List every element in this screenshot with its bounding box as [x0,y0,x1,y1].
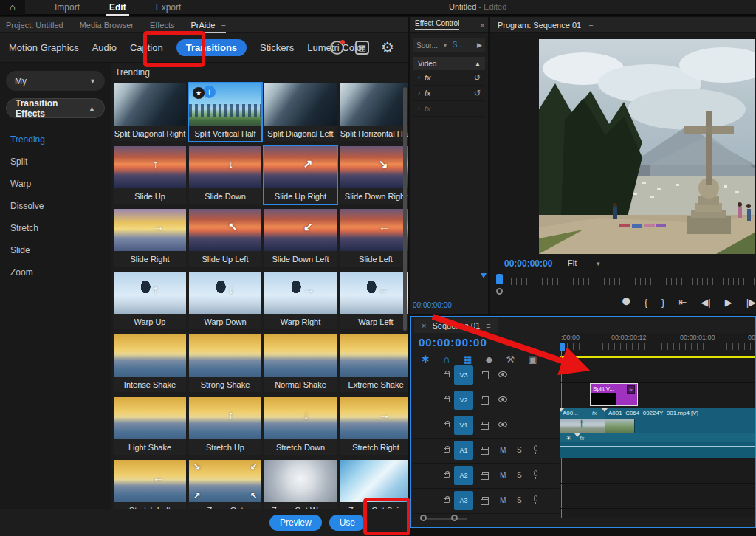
playhead-handle[interactable] [560,343,565,351]
timeline-zoom-scrollbar[interactable] [417,514,751,523]
transition-card-warp-down[interactable]: ↓Warp Down [189,272,261,329]
tab-audio[interactable]: Audio [92,42,117,53]
panel-tab-media-browser[interactable]: Media Browser [80,21,134,30]
goto-in-icon[interactable]: ⇤ [678,297,687,308]
sidebar-item-zoom[interactable]: Zoom [0,261,111,284]
menu-item-edit[interactable]: Edit [109,2,126,13]
zoom-level-dropdown[interactable]: Fit ▼ [568,258,601,267]
twirl-icon[interactable]: › [418,105,420,112]
panel-tab-effects[interactable]: Effects [150,21,174,30]
transition-card-stretch-right[interactable]: →Stretch Right [340,397,408,455]
voiceover-mic-icon[interactable] [534,470,537,476]
tab-stickers[interactable]: Stickers [260,42,294,53]
toggle-output-eye-icon[interactable] [498,396,507,402]
transition-card-normal-shake[interactable]: Normal Shake [264,334,337,392]
settings-gear-icon[interactable]: ⚙ [380,40,395,55]
transition-card-strong-shake[interactable]: Strong Shake [189,334,261,392]
sync-lock-icon[interactable] [482,396,489,402]
lock-icon[interactable] [444,448,450,453]
transition-card-slide-down-left[interactable]: ↙Slide Down Left [264,209,337,267]
sidebar-item-trending[interactable]: Trending [0,128,111,151]
transition-card-intense-shake[interactable]: Intense Shake [114,334,186,392]
menu-item-import[interactable]: Import [55,2,80,13]
tab-transitions[interactable]: Transitions [176,39,247,56]
clip-split-vertical-half[interactable]: Split V... fx [590,383,638,406]
transition-card-split-vertical-half[interactable]: ★+Split Vertical Half [189,83,261,141]
transition-card-slide-left[interactable]: ←Slide Left [340,209,408,267]
source-subtab[interactable]: Sour... [416,41,438,49]
preview-button[interactable]: Preview [269,515,322,531]
effect-row[interactable]: ›fx↺ [413,86,485,101]
solo-button[interactable]: S [517,471,522,479]
solo-button[interactable]: S [517,496,522,504]
close-icon[interactable]: × [422,321,426,330]
transition-card-slide-up-left[interactable]: ↖Slide Up Left [189,209,261,267]
home-icon[interactable]: ⌂ [0,0,25,15]
timeline-ruler[interactable]: :00:0000:00:00:1200:00:01:0000: [560,333,755,343]
panel-menu-icon[interactable]: ≡ [221,21,225,30]
effect-row[interactable]: ›fx↺ [413,70,485,86]
voiceover-mic-icon[interactable] [534,495,537,501]
panel-menu-icon[interactable]: ≡ [588,21,593,30]
step-back-icon[interactable]: ◀| [701,297,710,308]
menu-item-export[interactable]: Export [156,2,182,13]
sidebar-item-slide[interactable]: Slide [0,239,111,261]
marker-icon[interactable]: ◆ [486,354,493,365]
sidebar-item-split[interactable]: Split [0,151,111,173]
in-brace-icon[interactable]: { [645,297,647,308]
sync-lock-icon[interactable] [482,422,489,427]
twirl-icon[interactable]: › [418,74,420,81]
sync-lock-icon[interactable] [482,472,489,478]
upload-icon[interactable]: ↑ [330,41,344,55]
sidebar-item-stretch[interactable]: Stretch [0,217,111,239]
transition-card-slide-up[interactable]: ↑Slide Up [114,146,186,204]
lock-icon[interactable] [444,473,450,478]
transition-card-split-diagonal-right[interactable]: Split Diagonal Right [114,83,186,141]
feedback-form-icon[interactable]: ▤ [355,41,369,55]
snap-magnet-icon[interactable]: ∩ [443,354,450,365]
lock-icon[interactable] [444,498,450,503]
mute-button[interactable]: M [500,496,506,504]
marker-icon[interactable]: ⬤ [622,297,630,308]
transition-card-slide-down[interactable]: ↓Slide Down [189,146,261,204]
program-zoom-handle[interactable] [496,288,503,295]
clip-a1-audio[interactable]: ✳ fx [560,433,755,458]
program-monitor-title[interactable]: Program: Sequence 01 [498,21,581,30]
mute-button[interactable]: M [500,471,506,479]
mute-button[interactable]: M [500,446,506,454]
panel-tab-praide[interactable]: PrAide≡ [190,21,225,30]
lock-icon[interactable] [444,423,450,427]
track-target-v2[interactable]: V2 [454,391,473,410]
grid-scrollbar[interactable] [403,87,407,331]
transition-effects-group[interactable]: Transition Effects ▲ [6,98,105,118]
settings-wrench-icon[interactable]: ⚒ [506,354,515,365]
clip-v1-main[interactable]: A001_C064_09224Y_001.mp4 [V] [605,408,755,433]
collection-dropdown[interactable]: My ▼ [6,71,105,91]
track-target-v1[interactable]: V1 [454,416,473,435]
nest-sequence-icon[interactable]: ✱ [422,354,430,365]
reset-icon[interactable]: ↺ [474,89,481,98]
effect-controls-tab[interactable]: Effect Control [415,19,459,30]
step-forward-icon[interactable]: |▶ [746,297,756,308]
transition-card-extreme-shake[interactable]: Extreme Shake [340,334,408,392]
sync-lock-icon[interactable] [482,497,489,503]
solo-button[interactable]: S [517,446,522,454]
panel-tab-project-untitled[interactable]: Project: Untitled [6,21,63,30]
panel-menu-icon[interactable]: ≡ [486,321,490,330]
zoom-handle-right[interactable] [451,515,458,521]
sequence-subtab[interactable]: S... [453,41,464,49]
tab-caption[interactable]: Caption [130,42,163,53]
use-button[interactable]: Use [329,515,365,531]
timeline-timecode[interactable]: 00:00:00:00 [419,336,487,348]
voiceover-mic-icon[interactable] [534,445,537,451]
sidebar-item-warp[interactable]: Warp [0,173,111,195]
tab-motion-graphics[interactable]: Motion Graphics [9,42,79,53]
transition-card-slide-down-right[interactable]: ↘Slide Down Right [340,146,408,204]
transition-card-slide-up-right[interactable]: ↗Slide Up Right [264,146,337,204]
expand-arrow-icon[interactable]: ▶ [477,41,482,49]
caption-icon[interactable]: ▣ [528,354,537,365]
work-area-bar[interactable] [560,356,755,358]
track-target-a1[interactable]: A1 [454,441,473,460]
transition-card-split-horizontal-half[interactable]: Split Horizontal Half [340,83,408,141]
clip-v1-head[interactable]: A00... fx [560,408,605,433]
